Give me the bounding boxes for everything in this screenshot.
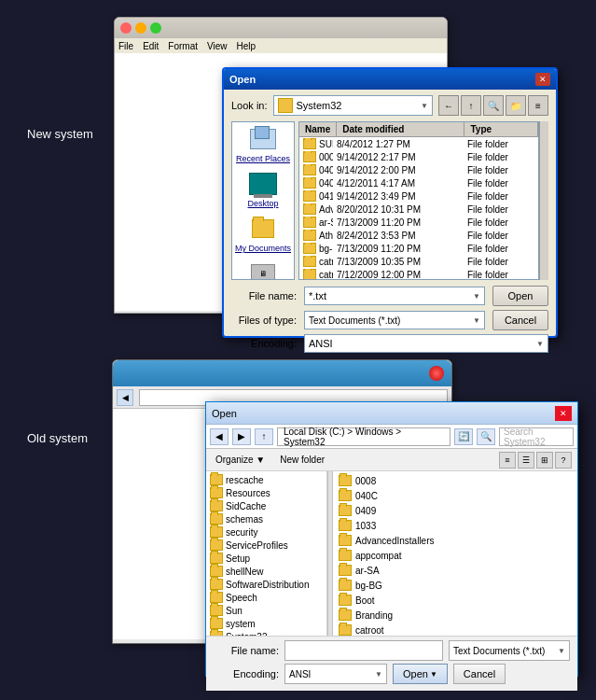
list-item[interactable]: Sun <box>206 604 326 617</box>
table-row[interactable]: Atheros_Llc 8/24/2012 3:53 PM File folde… <box>299 229 538 242</box>
list-item[interactable]: SidCache <box>206 499 326 512</box>
file-name-input[interactable]: *.txt ▼ <box>304 287 485 305</box>
list-item[interactable]: schemas <box>206 512 326 525</box>
list-item[interactable]: 040C <box>333 488 440 503</box>
close-btn[interactable] <box>120 22 132 34</box>
help-btn[interactable]: ? <box>555 452 572 469</box>
desktop-item[interactable]: Desktop <box>247 171 278 208</box>
details-view-btn[interactable]: ☰ <box>518 452 534 469</box>
menu-edit[interactable]: Edit <box>143 41 159 51</box>
close-button-new[interactable]: ✕ <box>535 73 550 86</box>
list-item[interactable]: 1033 <box>333 518 440 533</box>
table-row[interactable]: 0409 4/12/2011 4:17 AM File folder <box>299 176 538 189</box>
close-btn-old[interactable] <box>429 366 444 381</box>
left-tree-old[interactable]: rescache Resources SidCache schemas secu… <box>206 471 327 636</box>
list-item[interactable]: catroot <box>333 623 440 636</box>
encoding-select-old[interactable]: ANSI ▼ <box>284 664 387 684</box>
dialog-bottom-old: File name: Text Documents (*.txt) ▼ Enco… <box>206 636 577 691</box>
table-row[interactable]: 0008 9/14/2012 2:17 PM File folder <box>299 150 538 163</box>
max-btn[interactable] <box>150 22 161 34</box>
file-type-row: Files of type: Text Documents (*.txt) ▼ … <box>231 310 548 330</box>
menu-format[interactable]: Format <box>168 41 198 51</box>
dialog-main-old: rescache Resources SidCache schemas secu… <box>206 471 577 636</box>
close-button-old[interactable]: ✕ <box>555 406 572 421</box>
table-row[interactable]: 0407 9/14/2012 2:00 PM File folder <box>299 163 538 176</box>
computer-item[interactable]: 🖥 My Computer <box>238 260 288 280</box>
open-dropdown-arrow[interactable]: ▼ <box>430 670 437 679</box>
table-row[interactable]: ar-SA 7/13/2009 11:20 PM File folder <box>299 216 538 229</box>
organize-button[interactable]: Organize ▼ <box>212 453 269 467</box>
search-box-old[interactable]: Search System32 <box>499 427 574 446</box>
open-button-old[interactable]: Open ▼ <box>393 664 448 684</box>
new-system-label: New system <box>27 127 93 141</box>
forward-button-old[interactable]: ▶ <box>232 428 251 445</box>
back-icon[interactable]: ← <box>438 95 459 116</box>
open-button-new[interactable]: Open <box>492 286 548 306</box>
look-in-row: Look in: System32 ▼ ← ↑ 🔍 📁 ≡ <box>231 95 548 116</box>
up-icon[interactable]: ↑ <box>461 95 481 116</box>
menu-help[interactable]: Help <box>237 41 256 51</box>
cancel-button-old[interactable]: Cancel <box>453 664 506 684</box>
file-list-new[interactable]: Name Date modified Type SUPPORTDIR 8/4/2… <box>298 121 539 280</box>
table-row[interactable]: catroot 7/13/2009 10:35 PM File folder <box>299 255 538 268</box>
list-item[interactable]: 0008 <box>333 473 440 488</box>
list-item[interactable]: shellNew <box>206 565 326 578</box>
new-folder-button[interactable]: New folder <box>276 453 328 467</box>
list-item[interactable]: rescache <box>206 473 326 486</box>
list-item[interactable]: Speech <box>206 591 326 604</box>
table-row[interactable]: bg-BG 7/13/2009 11:20 PM File folder <box>299 242 538 255</box>
table-row[interactable]: 0411 9/14/2012 3:49 PM File folder <box>299 189 538 203</box>
menu-file[interactable]: File <box>118 41 133 51</box>
encoding-row-old: Encoding: ANSI ▼ Open ▼ Cancel <box>214 664 570 684</box>
folder-icon <box>339 550 352 561</box>
table-row[interactable]: catroot2 7/12/2009 12:00 PM File folder <box>299 268 538 280</box>
folder-icon <box>303 230 316 241</box>
table-row[interactable]: SUPPORTDIR 8/4/2012 1:27 PM File folder <box>299 137 538 150</box>
list-item[interactable]: Resources <box>206 486 326 499</box>
file-name-input-old[interactable] <box>284 640 443 661</box>
list-view-btn[interactable]: ≡ <box>499 452 516 469</box>
up-button-old[interactable]: ↑ <box>255 428 273 445</box>
list-item[interactable]: Boot <box>333 593 440 608</box>
list-item[interactable]: System32 <box>206 630 326 636</box>
list-item[interactable]: 0409 <box>333 503 440 518</box>
list-item[interactable]: system <box>206 617 326 630</box>
refresh-icon[interactable]: 🔄 <box>454 428 473 445</box>
list-item[interactable]: ServiceProfiles <box>206 539 326 552</box>
back-nav-icon[interactable]: ◀ <box>117 389 133 406</box>
list-item[interactable]: Setup <box>206 552 326 565</box>
min-btn[interactable] <box>135 22 146 34</box>
folder-icon <box>210 566 223 577</box>
list-item[interactable]: Branding <box>333 608 440 623</box>
icons-view-btn[interactable]: ⊞ <box>536 452 553 469</box>
search-icon-old[interactable]: 🔍 <box>477 428 495 445</box>
left-panel: Recent Places Desktop My Documents <box>231 121 295 280</box>
list-item[interactable]: AdvancedInstallers <box>333 533 440 548</box>
menu-view[interactable]: View <box>207 41 228 51</box>
folder-icon <box>339 520 352 531</box>
cancel-button-new[interactable]: Cancel <box>492 310 548 330</box>
recent-places-item[interactable]: Recent Places <box>236 126 290 163</box>
look-in-select[interactable]: System32 ▼ <box>273 95 433 116</box>
file-type-select-old[interactable]: Text Documents (*.txt) ▼ <box>449 640 570 661</box>
file-name-dropdown-icon: ▼ <box>473 292 480 301</box>
file-panel-old[interactable]: 0008 040C 0409 1033 AdvancedInstallers a… <box>333 471 577 636</box>
breadcrumb-old[interactable]: Local Disk (C:) > Windows > System32 <box>277 427 450 446</box>
back-button-old[interactable]: ◀ <box>210 428 229 445</box>
new-folder-icon[interactable]: 📁 <box>506 95 526 116</box>
views-icon[interactable]: ≡ <box>528 95 548 116</box>
table-row[interactable]: AdvancedInstallers 8/20/2012 10:31 PM Fi… <box>299 203 538 216</box>
file-type-select[interactable]: Text Documents (*.txt) ▼ <box>304 311 485 329</box>
list-item[interactable]: security <box>206 525 326 539</box>
list-item[interactable]: appcompat <box>333 548 440 563</box>
encoding-select-new[interactable]: ANSI ▼ <box>304 334 548 353</box>
folder-icon <box>210 553 223 564</box>
documents-item[interactable]: My Documents <box>235 216 291 253</box>
folder-icon <box>303 177 316 189</box>
list-item[interactable]: ar-SA <box>333 563 440 578</box>
scrollbar-new[interactable] <box>539 121 548 280</box>
search-icon[interactable]: 🔍 <box>483 95 504 116</box>
desktop-label: Desktop <box>247 199 278 208</box>
list-item[interactable]: SoftwareDistribution <box>206 578 326 591</box>
list-item[interactable]: bg-BG <box>333 578 440 593</box>
